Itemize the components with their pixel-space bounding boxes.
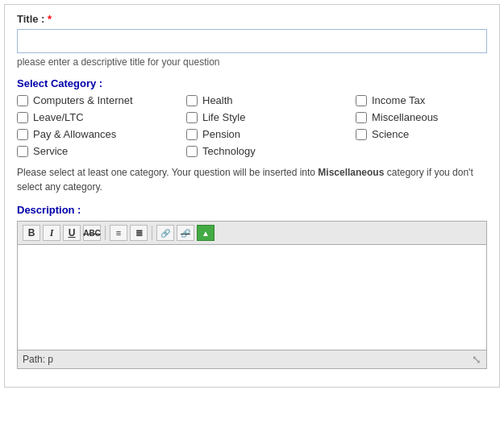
ordered-list-button[interactable]: ≣ xyxy=(130,225,148,241)
category-item-pay[interactable]: Pay & Allowances xyxy=(17,128,186,140)
link-icon: 🔗 xyxy=(160,229,170,238)
category-item-computers[interactable]: Computers & Internet xyxy=(17,94,186,106)
category-note: Please select at least one category. You… xyxy=(17,165,487,194)
ordered-list-icon: ≣ xyxy=(135,228,143,239)
category-item-health[interactable]: Health xyxy=(186,94,356,106)
category-section: Select Category : Computers & Internet H… xyxy=(17,77,487,194)
image-icon: ▲ xyxy=(202,229,210,238)
checkbox-lifestyle[interactable] xyxy=(186,112,198,123)
unlink-icon: 🔗 xyxy=(181,229,190,238)
editor-path-bar: Path: p ⤡ xyxy=(18,350,486,368)
category-item-leave[interactable]: Leave/LTC xyxy=(17,111,186,123)
editor-wrapper: B I U ABC ≡ ≣ 🔗 🔗 ▲ xyxy=(17,221,487,369)
checkbox-computers[interactable] xyxy=(17,95,28,106)
editor-path-text: Path: p xyxy=(23,354,53,365)
description-label: Description : xyxy=(17,204,487,216)
toolbar-separator-2 xyxy=(152,226,152,240)
title-hint: please enter a descriptive title for you… xyxy=(17,56,487,68)
category-grid: Computers & Internet Health Income Tax L… xyxy=(17,94,487,157)
category-item-pension[interactable]: Pension xyxy=(186,128,356,140)
checkbox-science[interactable] xyxy=(356,129,367,140)
checkbox-leave[interactable] xyxy=(17,112,28,123)
checkbox-pension[interactable] xyxy=(186,129,198,140)
category-item-service[interactable]: Service xyxy=(17,145,186,157)
required-indicator: * xyxy=(48,13,52,25)
checkbox-health[interactable] xyxy=(186,95,198,106)
checkbox-misc[interactable] xyxy=(356,112,367,123)
title-field-group: Title : * please enter a descriptive tit… xyxy=(17,13,487,68)
category-item-technology[interactable]: Technology xyxy=(186,145,356,157)
category-label: Select Category : xyxy=(17,77,487,89)
category-item-lifestyle[interactable]: Life Style xyxy=(186,111,356,123)
remove-link-button[interactable]: 🔗 xyxy=(177,225,194,241)
description-editor[interactable] xyxy=(18,245,486,350)
title-label: Title : * xyxy=(17,13,487,25)
editor-toolbar: B I U ABC ≡ ≣ 🔗 🔗 ▲ xyxy=(18,222,486,245)
resize-handle[interactable]: ⤡ xyxy=(472,353,481,366)
unordered-list-icon: ≡ xyxy=(116,228,121,238)
category-item-misc[interactable]: Miscellaneous xyxy=(356,111,504,123)
italic-button[interactable]: I xyxy=(43,225,60,241)
underline-button[interactable]: U xyxy=(63,225,81,241)
insert-link-button[interactable]: 🔗 xyxy=(156,225,174,241)
category-item-science[interactable]: Science xyxy=(356,128,504,140)
description-section: Description : B I U ABC ≡ ≣ 🔗 🔗 xyxy=(17,204,487,369)
checkbox-technology[interactable] xyxy=(186,146,198,157)
checkbox-income-tax[interactable] xyxy=(356,95,367,106)
checkbox-service[interactable] xyxy=(17,146,28,157)
bold-button[interactable]: B xyxy=(23,225,40,241)
category-item-income-tax[interactable]: Income Tax xyxy=(356,94,504,106)
insert-image-button[interactable]: ▲ xyxy=(197,225,215,241)
unordered-list-button[interactable]: ≡ xyxy=(110,225,127,241)
title-label-text: Title : xyxy=(17,13,44,25)
toolbar-separator-1 xyxy=(105,226,106,240)
checkbox-pay[interactable] xyxy=(17,129,28,140)
title-input[interactable] xyxy=(17,29,487,53)
strikethrough-button[interactable]: ABC xyxy=(83,225,101,241)
